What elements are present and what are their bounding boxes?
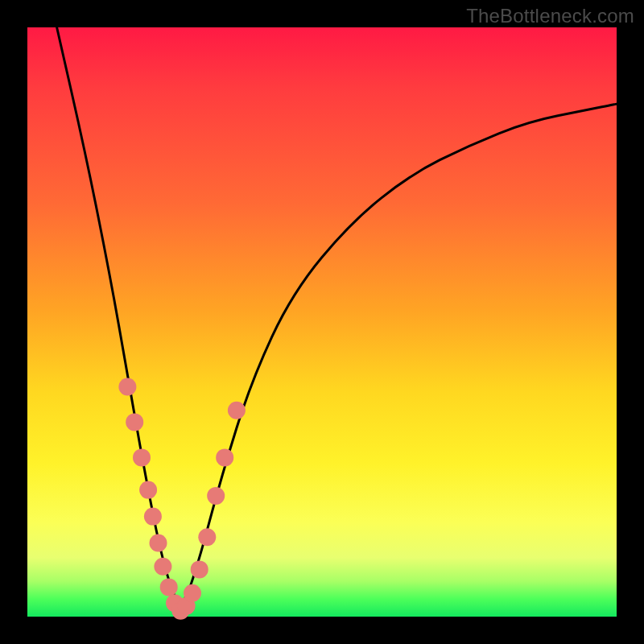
sample-bead (133, 448, 151, 466)
sample-bead (184, 584, 201, 602)
sample-bead (228, 402, 246, 419)
bottleneck-curve (57, 27, 617, 601)
chart-frame: TheBottleneck.com (0, 0, 644, 644)
sample-bead (198, 528, 216, 546)
sample-bead (216, 448, 233, 466)
sample-bead (154, 558, 171, 576)
sample-bead (139, 481, 157, 499)
sample-bead (207, 487, 225, 505)
plot-area (27, 27, 617, 617)
sample-bead (144, 508, 162, 526)
sample-bead (150, 535, 167, 552)
chart-svg (27, 27, 617, 617)
sample-bead (160, 578, 178, 596)
watermark-text: TheBottleneck.com (466, 5, 634, 27)
sample-beads (118, 378, 246, 620)
sample-bead (126, 413, 143, 431)
sample-bead (118, 378, 136, 396)
sample-bead (191, 560, 208, 578)
